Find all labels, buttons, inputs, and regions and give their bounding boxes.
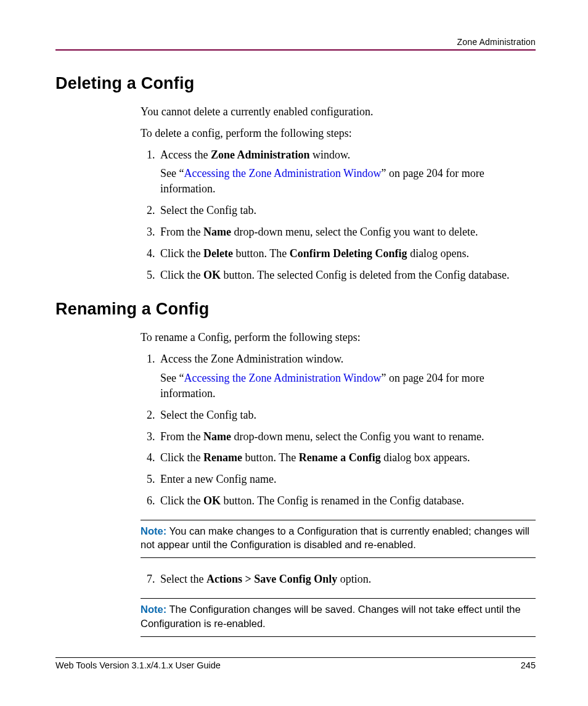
text: drop-down menu, select the Config you wa… (231, 226, 478, 238)
note1-rule-bottom (141, 557, 536, 558)
header-rule (55, 49, 536, 51)
text: See “ (160, 372, 184, 384)
note-body: The Configuration changes will be saved.… (141, 604, 521, 628)
bold-rename: Rename (203, 451, 242, 464)
ren-step-6: Click the OK button. The Config is renam… (158, 493, 536, 509)
page-footer: Web Tools Version 3.1.x/4.1.x User Guide… (55, 657, 536, 670)
del-step-4: Click the Delete button. The Confirm Del… (158, 246, 536, 261)
bold-name: Name (203, 226, 231, 238)
heading-renaming: Renaming a Config (55, 300, 536, 319)
text: Click the (160, 495, 203, 507)
renaming-body: To rename a Config, perform the followin… (141, 330, 536, 636)
note-1: Note: You can make changes to a Configur… (141, 524, 536, 552)
ren-steps-cont: Select the Actions > Save Config Only op… (141, 572, 536, 587)
note-label: Note: (141, 525, 166, 536)
del-intro2: To delete a config, perform the followin… (141, 126, 536, 141)
ren-step-1: Access the Zone Administration window. S… (158, 351, 536, 401)
ren-intro: To rename a Config, perform the followin… (141, 330, 536, 345)
bold-ok: OK (203, 495, 221, 507)
link-access-zone-admin-2[interactable]: Accessing the Zone Administration Window (184, 372, 381, 384)
text: button. The (233, 247, 290, 260)
footer-page-number: 245 (521, 660, 536, 670)
text: Click the (160, 269, 203, 281)
text: button. The selected Config is deleted f… (221, 269, 510, 281)
footer-guide-title: Web Tools Version 3.1.x/4.1.x User Guide (55, 660, 221, 670)
text: dialog opens. (407, 247, 470, 260)
text: window. (310, 149, 351, 161)
del-intro1: You cannot delete a currently enabled co… (141, 104, 536, 120)
text: Select the (160, 573, 206, 585)
bold-ok: OK (203, 269, 221, 281)
del-step-3: From the Name drop-down menu, select the… (158, 224, 536, 240)
note-2: Note: The Configuration changes will be … (141, 602, 536, 630)
note-body: You can make changes to a Configuration … (141, 525, 529, 550)
ren-step-1-see: See “Accessing the Zone Administration W… (160, 371, 536, 401)
header-section-label: Zone Administration (55, 37, 536, 47)
text: option. (337, 573, 371, 585)
bold-actions-save: Actions > Save Config Only (206, 573, 337, 585)
del-step-1-see: See “Accessing the Zone Administration W… (160, 166, 536, 197)
note2-rule-top (141, 598, 536, 599)
bold-name: Name (203, 430, 231, 443)
text: Click the (160, 247, 203, 260)
ren-step-2: Select the Config tab. (158, 408, 536, 423)
text: drop-down menu, select the Config you wa… (231, 430, 484, 443)
text: From the (160, 430, 203, 443)
heading-deleting: Deleting a Config (55, 74, 536, 93)
text: Access the (160, 149, 211, 161)
text: dialog box appears. (381, 451, 470, 464)
ren-step-5: Enter a new Config name. (158, 472, 536, 487)
bold-delete: Delete (203, 247, 233, 260)
bold-confirm-dialog: Confirm Deleting Config (290, 247, 407, 260)
text: See “ (160, 167, 184, 179)
ren-step-3: From the Name drop-down menu, select the… (158, 429, 536, 445)
note2-rule-bottom (141, 636, 536, 637)
bold-zone-admin: Zone Administration (211, 149, 310, 161)
ren-steps: Access the Zone Administration window. S… (141, 351, 536, 509)
del-steps: Access the Zone Administration window. S… (141, 147, 536, 283)
link-access-zone-admin[interactable]: Accessing the Zone Administration Window (184, 167, 381, 179)
footer-rule (55, 657, 536, 658)
deleting-body: You cannot delete a currently enabled co… (141, 104, 536, 282)
del-step-2: Select the Config tab. (158, 203, 536, 218)
text: From the (160, 226, 203, 238)
text: button. The (242, 451, 299, 464)
note1-rule-top (141, 520, 536, 520)
bold-rename-dialog: Rename a Config (299, 451, 381, 464)
ren-step-4: Click the Rename button. The Rename a Co… (158, 450, 536, 466)
text: Access the Zone Administration window. (160, 353, 343, 365)
del-step-1: Access the Zone Administration window. S… (158, 147, 536, 197)
text: button. The Config is renamed in the Con… (221, 495, 464, 507)
del-step-5: Click the OK button. The selected Config… (158, 268, 536, 283)
note-label: Note: (141, 604, 166, 615)
text: Click the (160, 451, 203, 464)
ren-step-7: Select the Actions > Save Config Only op… (158, 572, 536, 587)
